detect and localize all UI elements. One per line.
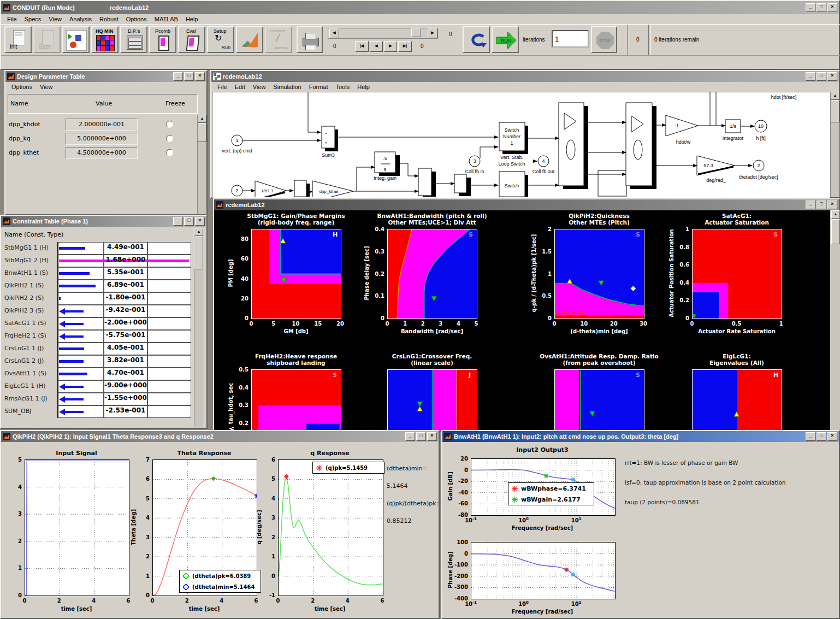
constraint-row[interactable]: StbMgG1 1 (H)4.49e-001	[1, 242, 193, 255]
dps-button[interactable]: D.P.'s	[120, 26, 147, 53]
run-button[interactable]: RUN	[492, 26, 519, 53]
close-icon[interactable]: ×	[827, 201, 837, 209]
menu-file[interactable]: File	[214, 83, 231, 91]
maximize-icon[interactable]: □	[817, 432, 826, 441]
constraint-row[interactable]: StbMgG1 2 (H)1.68e+000	[1, 255, 193, 267]
titlebar-main[interactable]: CONDUIT (Run Mode) rcdemoLab12 _ □ ×	[1, 1, 839, 14]
slider-right-arrow-icon[interactable]: ▶	[428, 28, 437, 38]
constraint-row[interactable]: OvsAtH1 1 (S)4.70e-001	[1, 368, 193, 380]
minimize-icon[interactable]: _	[806, 3, 815, 12]
print-button[interactable]	[297, 26, 323, 53]
constraint-row[interactable]: QikPiH2 3 (S)-9.42e-001	[1, 305, 193, 317]
freeze-radio[interactable]	[166, 149, 173, 156]
menu-simulation[interactable]: Simulation	[269, 83, 305, 91]
freeze-radio[interactable]	[166, 121, 173, 128]
freeze-radio[interactable]	[166, 135, 173, 142]
titlebar-simulink[interactable]: rcdemoLab12 _ □ ×	[211, 71, 839, 82]
minimize-icon[interactable]: _	[806, 72, 815, 81]
matlab-button[interactable]	[236, 26, 263, 53]
constraint-row[interactable]: SUM_OBJ-2.53e-001	[1, 405, 193, 418]
scroll-thumb[interactable]	[831, 219, 840, 244]
simulink-scrollbar[interactable]: ▲	[830, 92, 839, 197]
close-icon[interactable]: ×	[195, 72, 205, 81]
maximize-icon[interactable]: □	[184, 72, 194, 81]
menu-tools[interactable]: Tools	[332, 83, 354, 91]
maximize-icon[interactable]: □	[817, 3, 826, 12]
constraint-row[interactable]: BnwAtH1 1 (S)5.35e-001	[1, 267, 193, 280]
minimize-icon[interactable]: _	[806, 432, 815, 441]
titlebar-bnwath1[interactable]: BnwAtH1 (BnwAtH1 1): Input2: pitch att c…	[442, 431, 839, 442]
scroll-thumb[interactable]	[194, 237, 203, 269]
menu-options[interactable]: Options	[122, 15, 151, 23]
menu-view[interactable]: View	[249, 83, 270, 91]
design-scrollbar[interactable]: ▲	[197, 115, 206, 214]
menu-options[interactable]: Options	[8, 83, 36, 91]
param-value-field[interactable]: 4.500000e+000	[66, 147, 138, 159]
conduit-riptide-button[interactable]: CONDUIT RIPTIDE	[265, 26, 292, 53]
plot-button[interactable]	[62, 26, 90, 53]
scroll-thumb[interactable]	[198, 123, 206, 142]
constraint-scrollbar[interactable]: ▲	[194, 228, 203, 427]
scroll-up-icon[interactable]: ▲	[198, 115, 206, 123]
close-icon[interactable]: ×	[195, 217, 205, 226]
sqpt-button[interactable]: Sqpt	[33, 26, 61, 53]
scroll-thumb[interactable]	[831, 101, 839, 122]
menu-matlab[interactable]: MATLAB	[151, 15, 182, 23]
minimize-icon[interactable]: _	[806, 201, 815, 209]
case-slider[interactable]: ◀ ▶	[328, 28, 438, 39]
slider-thumb[interactable]	[411, 28, 421, 37]
first-icon[interactable]: |◀	[355, 41, 369, 52]
scroll-up-icon[interactable]: ▲	[831, 92, 839, 100]
param-value-field[interactable]: 5.000000e+000	[66, 133, 138, 145]
hqmin-button[interactable]: HQ MIN	[91, 26, 119, 53]
menu-edit[interactable]: Edit	[231, 83, 249, 91]
slider-left-arrow-icon[interactable]: ◀	[329, 28, 339, 38]
undo-button[interactable]	[463, 26, 490, 53]
menu-help[interactable]: Help	[353, 83, 374, 91]
titlebar-design[interactable]: Design Parameter Table _ □ ×	[5, 71, 206, 82]
last-icon[interactable]: ▶|	[398, 41, 412, 52]
close-icon[interactable]: ×	[827, 432, 837, 441]
titlebar-spec-plots[interactable]: rcdemoLab12 _ □ ×	[214, 199, 839, 210]
next-icon[interactable]: ▶	[384, 41, 397, 52]
simulink-canvas[interactable]: 1 vert. (up) cmd - + Sum3 Switch Number …	[212, 92, 831, 198]
minimize-icon[interactable]: _	[173, 217, 183, 226]
spec-plots-scrollbar[interactable]: ▲	[831, 210, 840, 431]
constraint-row[interactable]: RmsAcG1 1 (J)-1.55e+000	[1, 393, 193, 405]
constraint-row[interactable]: SatAcG1 1 (S)-2.00e+000	[1, 317, 193, 330]
constraint-row[interactable]: CrsLnG1 2 (J)3.82e-001	[1, 355, 193, 368]
param-value-field[interactable]: 2.000000e-001	[66, 119, 138, 131]
close-icon[interactable]: ×	[827, 72, 837, 81]
minimize-icon[interactable]: _	[173, 72, 183, 81]
menu-specs[interactable]: Specs	[21, 15, 45, 23]
maximize-icon[interactable]: □	[817, 201, 826, 209]
close-icon[interactable]: ×	[427, 432, 437, 441]
prev-icon[interactable]: ◀	[370, 41, 383, 52]
maximize-icon[interactable]: □	[184, 217, 194, 226]
constraint-row[interactable]: QikPiH2 2 (S)-1.80e-001	[1, 292, 193, 305]
titlebar-constraint[interactable]: Constraint Table (Phase 1) _ □ ×	[1, 216, 206, 227]
constraint-row[interactable]: QikPiH2 1 (S)6.89e-001	[1, 280, 193, 292]
menu-robust[interactable]: Robust	[96, 15, 122, 23]
menu-view[interactable]: View	[45, 15, 66, 23]
titlebar-qikpih2[interactable]: QikPiH2 (QikPiH2 1): Input Signal1 Theta…	[1, 431, 439, 442]
scroll-up-icon[interactable]: ▲	[831, 210, 840, 219]
minimize-icon[interactable]: _	[405, 432, 415, 441]
menu-help[interactable]: Help	[182, 15, 202, 23]
menu-analysis[interactable]: Analysis	[66, 15, 96, 23]
close-icon[interactable]: ×	[827, 3, 837, 12]
pcomb-button[interactable]: Pcomb	[149, 26, 176, 53]
stop-button[interactable]: STOP	[591, 26, 617, 53]
menu-format[interactable]: Format	[305, 83, 332, 91]
maximize-icon[interactable]: □	[416, 432, 426, 441]
menu-file[interactable]: File	[3, 15, 21, 23]
init-button[interactable]: Init	[4, 26, 32, 53]
constraint-row[interactable]: EigLcG1 1 (H)-9.00e+000	[1, 380, 193, 393]
constraint-row[interactable]: CrsLnG1 1 (J)4.05e-001	[1, 343, 193, 355]
maximize-icon[interactable]: □	[817, 72, 826, 81]
iterations-input[interactable]	[552, 30, 589, 48]
eval-button[interactable]: Eval	[178, 26, 205, 53]
constraint-row[interactable]: FrqHeH2 1 (S)-5.75e-001	[1, 330, 193, 343]
setup-run-button[interactable]: Setup ↻ Run	[207, 26, 234, 53]
menu-view[interactable]: View	[36, 83, 57, 91]
